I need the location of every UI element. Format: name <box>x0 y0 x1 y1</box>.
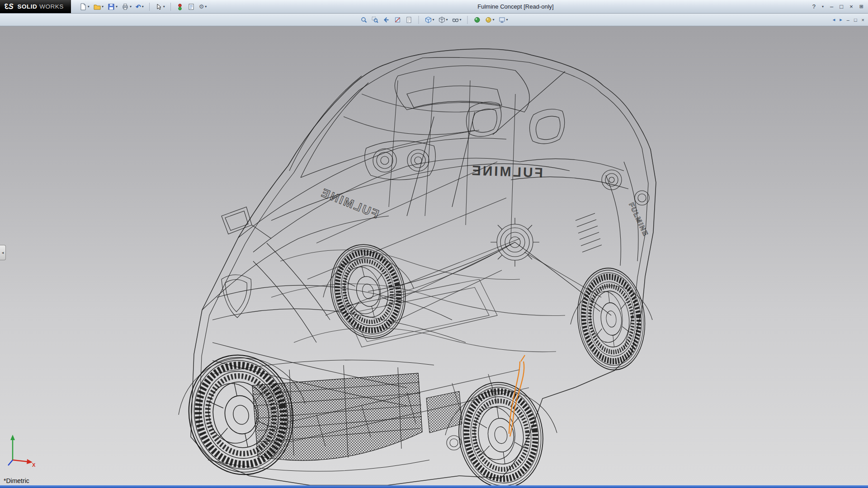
reference-triad: X <box>6 432 38 467</box>
dropdown-icon[interactable]: ▾ <box>459 18 461 22</box>
dropdown-icon[interactable]: ▾ <box>506 18 508 22</box>
section-view-icon <box>394 16 401 23</box>
zoom-to-area-button[interactable] <box>370 15 379 24</box>
file-properties-icon <box>188 3 195 10</box>
undo-icon: ↶ <box>136 4 141 10</box>
view-settings-button[interactable]: ▾ <box>498 15 509 24</box>
save-document-button[interactable]: ▾ <box>106 2 119 11</box>
display-style-cube-icon <box>438 16 445 23</box>
zoom-to-area-icon <box>371 16 378 23</box>
main-toolbar: ▾ ▾ ▾ ▾ ↶ ▾ <box>78 2 208 11</box>
previous-view-icon <box>382 16 390 23</box>
hide-show-glasses-icon <box>452 16 459 23</box>
new-document-icon <box>80 3 87 10</box>
print-document-button[interactable]: ▾ <box>120 2 133 11</box>
wheel-rear-right <box>573 265 650 373</box>
window-controls: ? ▾ – □ × ⊞ <box>812 4 868 9</box>
file-properties-button[interactable] <box>186 2 196 11</box>
open-folder-icon <box>94 3 101 10</box>
dropdown-icon[interactable]: ▾ <box>493 18 495 22</box>
gear-icon: ⚙ <box>199 4 204 9</box>
view-settings-icon <box>499 16 506 23</box>
open-document-button[interactable]: ▾ <box>92 2 105 11</box>
toolbar-separator <box>149 3 150 11</box>
dropdown-icon[interactable]: ▾ <box>142 5 144 9</box>
zoom-to-fit-button[interactable] <box>359 15 368 24</box>
apply-scene-ball-icon <box>485 16 492 23</box>
section-view-button[interactable] <box>393 15 402 24</box>
model-decal-text: FULMINE <box>627 202 650 238</box>
title-bar: 3S SOLID WORKS ▾ ▾ ▾ <box>0 0 868 14</box>
close-button[interactable]: × <box>849 4 853 9</box>
side-grille-mesh <box>426 391 462 433</box>
dropdown-icon[interactable]: ▾ <box>163 5 165 9</box>
dropdown-icon[interactable]: ▾ <box>116 5 118 9</box>
dropdown-icon[interactable]: ▾ <box>130 5 132 9</box>
save-floppy-icon <box>108 3 115 10</box>
cursor-icon <box>155 3 162 10</box>
previous-document-button[interactable]: ◂ <box>833 17 835 23</box>
restore-button[interactable]: □ <box>840 4 843 9</box>
collapse-arrow-icon: ◂ <box>2 250 4 255</box>
zoom-to-fit-icon <box>360 16 367 23</box>
options-button[interactable]: ⚙ ▾ <box>198 3 208 10</box>
view-orientation-button[interactable]: ▾ <box>424 15 435 24</box>
apply-scene-button[interactable]: ▾ <box>484 15 495 24</box>
triad-x-label: X <box>32 462 36 467</box>
edit-appearance-button[interactable] <box>473 15 482 24</box>
dropdown-icon[interactable]: ▾ <box>205 5 207 9</box>
heads-up-view-toolbar: ▾ ▾ ▾ ▾ <box>359 15 509 24</box>
appearance-colors-icon <box>176 3 184 10</box>
dropdown-icon[interactable]: ▾ <box>88 5 90 9</box>
wheel-front-left <box>178 345 304 484</box>
annotations-icon <box>405 16 412 23</box>
printer-icon <box>122 3 129 10</box>
model-decal-text: FULMINE <box>470 163 543 180</box>
new-document-button[interactable]: ▾ <box>78 2 91 11</box>
doc-close-button[interactable]: × <box>862 17 864 23</box>
status-bar-strip <box>0 485 868 488</box>
view-orientation-cube-icon <box>425 16 432 23</box>
dropdown-icon[interactable]: ▾ <box>432 18 434 22</box>
wheel-front-right <box>452 377 550 485</box>
dropdown-icon[interactable]: ▾ <box>102 5 104 9</box>
undo-button[interactable]: ↶ ▾ <box>134 3 145 11</box>
next-document-button[interactable]: ▸ <box>840 17 842 23</box>
doc-restore-button[interactable]: □ <box>854 17 857 23</box>
appearance-colors-button[interactable] <box>175 2 185 11</box>
dropdown-icon[interactable]: ▾ <box>446 18 448 22</box>
help-button[interactable]: ? <box>812 4 816 9</box>
view-orientation-label: *Dimetric <box>4 477 29 484</box>
minimize-button[interactable]: – <box>830 4 833 9</box>
hide-show-items-button[interactable]: ▾ <box>451 15 462 24</box>
viewport-canvas[interactable]: FULMINE FULMINE FULMINE ◂ X *Dimetric <box>0 26 868 485</box>
select-tool-button[interactable]: ▾ <box>154 2 166 11</box>
annotations-visibility-button[interactable] <box>404 15 413 24</box>
front-grille-mesh <box>252 373 422 460</box>
wireframe-model: FULMINE FULMINE FULMINE <box>0 26 868 485</box>
workspace-icon[interactable]: ⊞ <box>859 4 863 9</box>
previous-view-button[interactable] <box>382 15 391 24</box>
help-dropdown-icon[interactable]: ▾ <box>822 5 824 9</box>
document-window-controls: ◂ ▸ – □ × <box>833 17 868 23</box>
menu-row: ▾ ▾ ▾ ▾ <box>0 14 868 26</box>
toolbar-separator <box>170 3 171 11</box>
toolbar-separator <box>418 16 419 24</box>
brand-bold: SOLID <box>18 3 38 10</box>
toolbar-separator <box>467 16 468 24</box>
doc-minimize-button[interactable]: – <box>847 17 849 23</box>
featuremanager-collapse-tab[interactable]: ◂ <box>0 245 6 260</box>
edit-appearance-ball-icon <box>474 16 481 23</box>
window-title: Fulmine Concept [Read-only] <box>477 3 553 10</box>
display-style-button[interactable]: ▾ <box>437 15 448 24</box>
solidworks-logo: 3S SOLID WORKS <box>0 0 71 13</box>
brand-light: WORKS <box>39 3 64 10</box>
